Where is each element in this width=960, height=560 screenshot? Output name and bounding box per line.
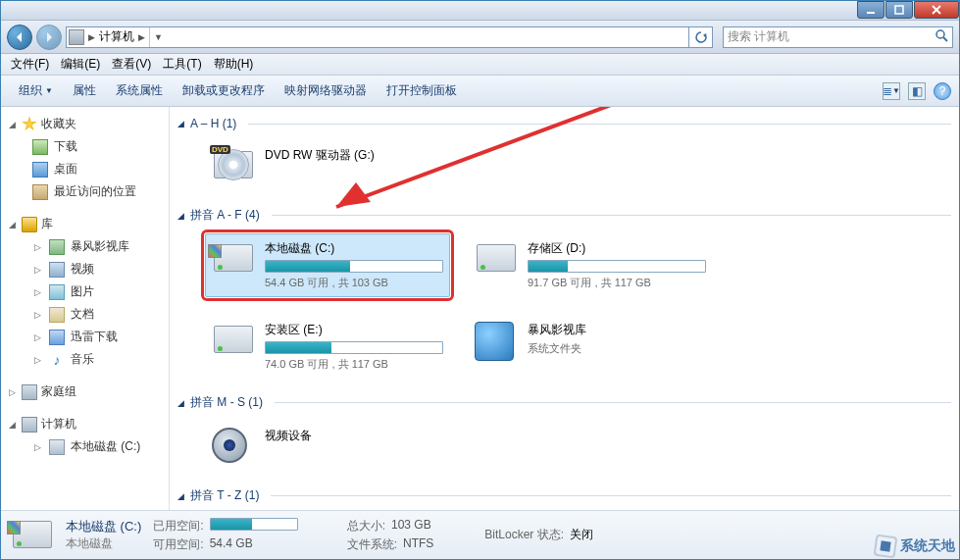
computer-icon <box>69 29 84 45</box>
sidebar-item-cdrive[interactable]: ▷本地磁盘 (C:) <box>1 435 169 458</box>
search-placeholder: 搜索 计算机 <box>728 28 789 45</box>
explorer-window: ▶ 计算机▶ ▼ 搜索 计算机 文件(F) 编辑(E) 查看(V) 工具(T) … <box>0 0 960 560</box>
documents-icon <box>49 307 65 323</box>
drive-item-e[interactable]: 安装区 (E:) 74.0 GB 可用 , 共 117 GB <box>205 315 450 379</box>
tb-organize[interactable]: 组织▼ <box>9 79 63 102</box>
star-icon <box>22 117 37 132</box>
tb-properties[interactable]: 属性 <box>63 79 106 102</box>
tb-control-panel[interactable]: 打开控制面板 <box>377 79 467 102</box>
nav-pane: ◢收藏夹 下载 桌面 最近访问的位置 ◢库 ▷暴风影视库 ▷视频 ▷图片 ▷文档… <box>1 107 170 510</box>
sidebar-item-desktop[interactable]: 桌面 <box>1 158 169 180</box>
recent-icon <box>32 184 48 200</box>
search-input[interactable]: 搜索 计算机 <box>723 26 953 48</box>
address-dropdown[interactable]: ▼ <box>149 27 167 47</box>
sidebar-item-recent[interactable]: 最近访问的位置 <box>1 180 169 203</box>
expand-icon: ▷ <box>7 386 18 397</box>
back-button[interactable] <box>7 25 32 50</box>
collapse-icon: ◢ <box>177 211 184 221</box>
menu-tools[interactable]: 工具(T) <box>157 54 207 75</box>
minimize-button[interactable] <box>857 1 884 19</box>
usage-bar <box>528 260 706 273</box>
menu-file[interactable]: 文件(F) <box>5 54 55 75</box>
details-bitlocker: BitLocker 状态:关闭 <box>484 527 593 543</box>
drive-stats: 74.0 GB 可用 , 共 117 GB <box>265 357 443 372</box>
content-pane: ◢A – H (1) DVD DVD RW 驱动器 (G:) ◢拼音 A - F… <box>170 107 959 510</box>
drive-item-dvd[interactable]: DVD DVD RW 驱动器 (G:) <box>205 140 450 191</box>
close-button[interactable] <box>914 1 959 19</box>
forward-button[interactable] <box>36 25 62 50</box>
collapse-icon: ◢ <box>7 419 18 430</box>
svg-point-4 <box>936 30 944 38</box>
collapse-icon: ◢ <box>177 398 184 408</box>
tb-system-properties[interactable]: 系统属性 <box>106 79 173 102</box>
drive-stats: 91.7 GB 可用 , 共 117 GB <box>528 276 706 290</box>
preview-pane-button[interactable]: ◧ <box>908 82 926 100</box>
menu-help[interactable]: 帮助(H) <box>208 54 260 75</box>
svg-rect-1 <box>895 6 903 14</box>
details-pane: 本地磁盘 (C:) 本地磁盘 已用空间: 总大小:103 GB 可用空间:54.… <box>1 510 959 559</box>
expand-icon: ▷ <box>32 309 43 320</box>
sidebar-item-documents[interactable]: ▷文档 <box>1 303 169 326</box>
breadcrumb-seg[interactable]: 计算机▶ <box>95 27 149 47</box>
menu-edit[interactable]: 编辑(E) <box>55 54 106 75</box>
sidebar-computer[interactable]: ◢计算机 <box>1 413 169 435</box>
hard-drive-icon <box>475 240 518 278</box>
drive-name: 安装区 (E:) <box>265 322 443 338</box>
group-header-ms[interactable]: ◢拼音 M - S (1) <box>177 388 951 415</box>
sidebar-item-music[interactable]: ▷♪音乐 <box>1 348 169 371</box>
hard-drive-icon <box>11 517 54 554</box>
menu-view[interactable]: 查看(V) <box>106 54 157 75</box>
drive-item-baofeng[interactable]: 暴风影视库 系统文件夹 <box>468 315 713 379</box>
details-total-size: 总大小:103 GB <box>347 518 434 535</box>
collapse-icon: ◢ <box>7 119 18 129</box>
sidebar-libraries[interactable]: ◢库 <box>1 213 169 235</box>
details-type: 本地磁盘 <box>66 535 141 552</box>
refresh-button[interactable] <box>689 26 713 48</box>
dvd-drive-icon: DVD <box>212 147 255 184</box>
sidebar-item-pictures[interactable]: ▷图片 <box>1 280 169 303</box>
library-icon <box>22 217 37 232</box>
drive-stats: 54.4 GB 可用 , 共 103 GB <box>265 276 443 290</box>
hard-drive-icon <box>212 240 255 278</box>
view-options-button[interactable]: ≣ ▼ <box>883 82 900 100</box>
drive-item-d[interactable]: 存储区 (D:) 91.7 GB 可用 , 共 117 GB <box>468 233 713 297</box>
group-header-tz[interactable]: ◢拼音 T - Z (1) <box>177 482 951 508</box>
collapse-icon: ◢ <box>7 219 18 229</box>
computer-icon <box>22 417 37 433</box>
details-name: 本地磁盘 (C:) <box>66 518 141 535</box>
expand-icon: ▷ <box>32 264 43 275</box>
details-free-space: 可用空间:54.4 GB <box>153 536 297 553</box>
pictures-icon <box>49 284 65 300</box>
drive-name: 本地磁盘 (C:) <box>265 240 443 257</box>
help-button[interactable]: ? <box>934 82 951 100</box>
details-used-space: 已用空间: <box>153 518 297 535</box>
group-header-ah[interactable]: ◢A – H (1) <box>177 111 951 134</box>
sidebar-homegroup[interactable]: ▷家庭组 <box>1 381 169 403</box>
drive-name: DVD RW 驱动器 (G:) <box>265 147 443 164</box>
drive-icon <box>49 439 65 455</box>
address-bar[interactable]: ▶ 计算机▶ ▼ <box>66 26 689 48</box>
svg-rect-0 <box>867 12 875 14</box>
search-icon <box>935 28 948 45</box>
download-icon <box>32 139 48 155</box>
drive-item-camera[interactable]: 视频设备 <box>205 421 450 472</box>
usage-bar <box>265 260 443 273</box>
maximize-button[interactable] <box>885 1 913 19</box>
tb-map-drive[interactable]: 映射网络驱动器 <box>275 79 377 102</box>
expand-icon: ▷ <box>32 331 43 342</box>
sidebar-item-baofeng[interactable]: ▷暴风影视库 <box>1 235 169 258</box>
music-icon: ♪ <box>49 352 65 368</box>
sidebar-item-xunlei[interactable]: ▷迅雷下载 <box>1 326 169 348</box>
group-header-af[interactable]: ◢拼音 A - F (4) <box>177 201 951 228</box>
command-bar: 组织▼ 属性 系统属性 卸载或更改程序 映射网络驱动器 打开控制面板 ≣ ▼ ◧… <box>1 76 959 107</box>
folder-icon <box>475 322 518 359</box>
tb-uninstall[interactable]: 卸载或更改程序 <box>173 79 275 102</box>
hard-drive-icon <box>212 322 255 359</box>
sidebar-item-downloads[interactable]: 下载 <box>1 135 169 158</box>
sidebar-favorites[interactable]: ◢收藏夹 <box>1 113 169 135</box>
video-lib-icon <box>49 239 65 255</box>
chevron-down-icon: ▼ <box>45 86 53 95</box>
drive-name: 存储区 (D:) <box>528 240 706 257</box>
sidebar-item-videos[interactable]: ▷视频 <box>1 258 169 280</box>
drive-item-c[interactable]: 本地磁盘 (C:) 54.4 GB 可用 , 共 103 GB <box>205 233 450 297</box>
